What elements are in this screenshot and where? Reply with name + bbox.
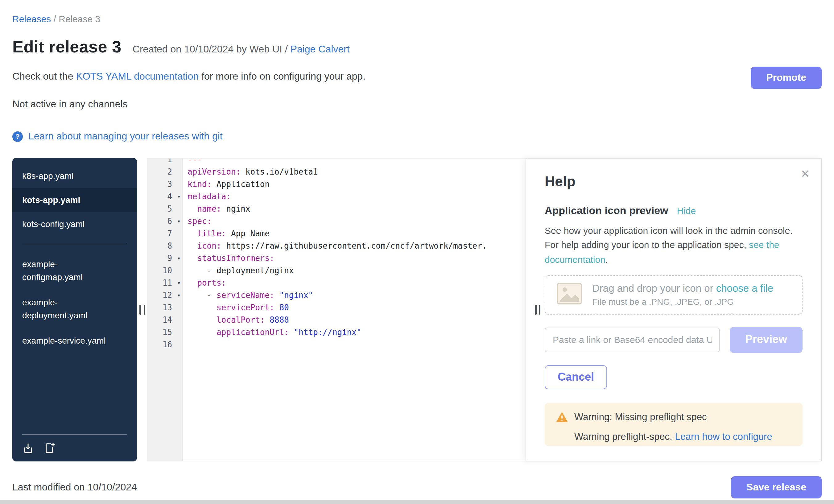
close-icon[interactable]: ✕ [801,167,810,181]
code-text: icon: https://raw.githubusercontent.com/… [182,240,487,252]
new-file-icon[interactable] [44,442,56,454]
sidebar-divider [22,244,127,244]
cancel-button[interactable]: Cancel [545,365,607,389]
line-number: 11 [162,278,172,287]
code-text: - serviceName: "nginx" [182,289,313,302]
code-text: apiVersion: kots.io/v1beta1 [182,166,318,178]
kots-yaml-docs-link[interactable]: KOTS YAML documentation [76,71,199,82]
gutter-cell: 16 [148,339,182,351]
icon-url-row: Preview [545,327,803,353]
gutter-cell: 9▾ [148,252,182,265]
code-text: - deployment/nginx [182,265,294,277]
line-number: 16 [162,340,172,349]
dropzone-instruction: Drag and drop your icon or [592,283,714,294]
footer: Last modified on 10/10/2024 Save release [12,476,822,499]
docs-prefix: Check out the [12,71,73,82]
author-link[interactable]: Paige Calvert [290,44,350,54]
import-file-icon[interactable] [22,442,34,454]
promote-button[interactable]: Promote [751,67,822,89]
line-number: 15 [162,328,172,337]
line-number: 1 [167,158,172,164]
line-number: 2 [167,167,172,176]
gutter-cell: 8 [148,240,182,252]
icon-preview-title: Application icon preview [545,205,668,217]
sidebar-file-kots-app.yaml[interactable]: kots-app.yaml [12,188,137,212]
fold-toggle-icon[interactable]: ▾ [177,252,181,265]
breadcrumb-current: Release 3 [59,14,100,24]
gutter-cell: 6▾ [148,215,182,228]
docs-row: Check out the KOTS YAML documentation fo… [12,67,822,89]
page: Releases / Release 3 Edit release 3 Crea… [0,0,834,504]
icon-preview-header: Application icon preview Hide [545,205,803,217]
fold-toggle-icon[interactable]: ▾ [177,215,181,228]
hide-link[interactable]: Hide [677,205,696,216]
file-sidebar: k8s-app.yamlkots-app.yamlkots-config.yam… [12,158,137,461]
save-release-button[interactable]: Save release [731,476,822,499]
dropzone-text: Drag and drop your icon or choose a file… [592,283,773,307]
bottom-strip [0,500,834,504]
gutter-cell: 13 [148,302,182,314]
image-placeholder-icon [556,283,582,307]
gutter-cell: 2 [148,166,182,178]
line-number: 9 [167,254,172,263]
sidebar-file-example-configmap.yaml[interactable]: example-configmap.yaml [12,252,137,290]
created-meta: Created on 10/10/2024 by Web UI / Paige … [133,44,350,55]
breadcrumb-separator: / [53,14,56,24]
code-text: ports: [182,277,226,289]
gutter-cell: 1 [148,158,182,166]
warning-detail: Warning preflight-spec. Learn how to con… [556,431,791,442]
code-text: kind: Application [182,178,269,191]
gutter-cell: 3 [148,178,182,191]
breadcrumb: Releases / Release 3 [12,14,822,24]
channel-status: Not active in any channels [12,99,822,110]
fold-toggle-icon[interactable]: ▾ [177,191,181,203]
code-text: applicationUrl: "http://nginx" [182,326,361,339]
code-text: localPort: 8888 [182,314,289,326]
sidebar-resize-handle[interactable] [139,305,145,314]
code-text: metadata: [182,191,231,203]
fold-toggle-icon[interactable]: ▾ [177,277,181,289]
gutter-cell: 5 [148,203,182,215]
line-number: 4 [167,192,172,201]
sidebar-file-example-service.yaml[interactable]: example-service.yaml [12,328,137,353]
gutter-cell: 12▾ [148,289,182,302]
line-number: 7 [167,229,172,238]
icon-preview-description: See how your application icon will look … [545,223,803,266]
gutter-cell: 4▾ [148,191,182,203]
icon-dropzone[interactable]: Drag and drop your icon or choose a file… [545,275,803,314]
docs-suffix: for more info on configuring your app. [201,71,366,82]
learn-configure-link[interactable]: Learn how to configure [675,431,772,442]
code-text: title: App Name [182,228,269,240]
editor-workspace: k8s-app.yamlkots-app.yamlkots-config.yam… [12,158,822,461]
gutter-cell: 10 [148,265,182,277]
preview-button[interactable]: Preview [730,327,803,353]
warning-icon [556,412,568,422]
line-number: 8 [167,241,172,250]
sidebar-file-example-deployment.yaml[interactable]: example-deployment.yaml [12,290,137,328]
docs-text: Check out the KOTS YAML documentation fo… [12,67,366,82]
gutter-cell: 7 [148,228,182,240]
line-number: 5 [167,204,172,214]
sidebar-file-k8s-app.yaml[interactable]: k8s-app.yaml [12,164,137,188]
code-text: servicePort: 80 [182,302,289,314]
warning-detail-text: Warning preflight-spec. [574,431,673,442]
code-text: statusInformers: [182,252,275,265]
code-text: name: nginx [182,203,250,215]
line-number: 10 [162,266,172,275]
gutter-cell: 11▾ [148,277,182,289]
description-suffix: . [606,254,608,264]
fold-toggle-icon[interactable]: ▾ [177,289,181,302]
choose-file-link[interactable]: choose a file [716,283,773,294]
icon-url-input[interactable] [545,328,720,352]
breadcrumb-releases-link[interactable]: Releases [12,14,51,24]
dropzone-requirements: File must be a .PNG, .JPEG, or .JPG [592,297,773,307]
sidebar-file-kots-config.yaml[interactable]: kots-config.yaml [12,212,137,236]
line-number: 12 [162,290,172,300]
code-text [182,339,188,351]
file-list: k8s-app.yamlkots-app.yamlkots-config.yam… [12,164,137,236]
git-releases-link[interactable]: Learn about managing your releases with … [28,131,223,142]
help-panel-resize-handle[interactable] [535,305,540,314]
title-row: Edit release 3 Created on 10/10/2024 by … [12,38,822,57]
help-panel: ✕ Help Application icon preview Hide See… [526,158,822,461]
help-title: Help [545,173,803,190]
